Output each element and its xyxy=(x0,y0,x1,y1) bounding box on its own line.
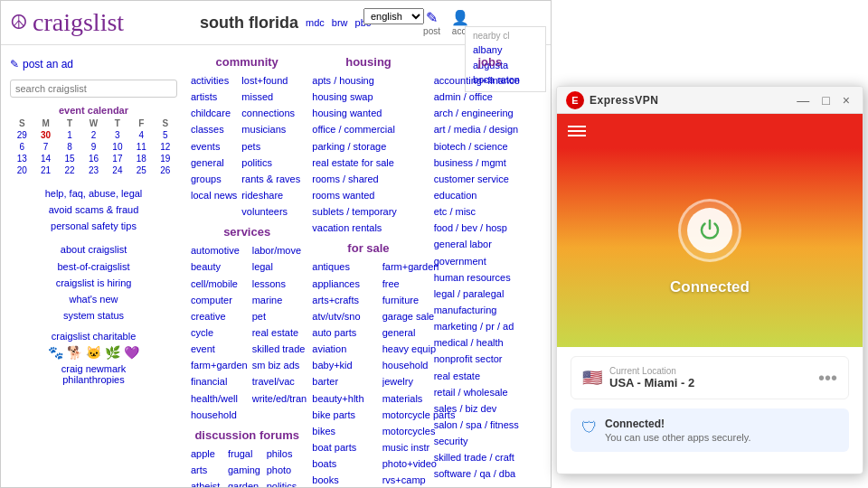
services-link[interactable]: computer xyxy=(191,292,248,308)
jobs-link[interactable]: business / mgmt xyxy=(434,155,546,171)
forsale-link[interactable]: barter xyxy=(312,373,378,389)
forum-link[interactable]: apple xyxy=(191,446,225,462)
hamburger-menu-button[interactable] xyxy=(568,126,586,136)
services-link[interactable]: household xyxy=(191,407,248,423)
location-name[interactable]: south florida xyxy=(200,14,298,33)
forum-link[interactable]: photo xyxy=(267,462,300,478)
forum-link[interactable]: philos xyxy=(267,446,300,462)
community-link[interactable]: musicians xyxy=(241,121,300,137)
community-link[interactable]: local news xyxy=(191,187,237,203)
forsale-link[interactable]: aviation xyxy=(312,341,378,357)
housing-link[interactable]: apts / housing xyxy=(312,72,424,89)
post-link[interactable]: ✎ post xyxy=(423,9,440,36)
forsale-link[interactable]: atv/utv/sno xyxy=(312,308,378,324)
forsale-link[interactable]: baby+kid xyxy=(312,357,378,373)
forum-link[interactable]: garden xyxy=(228,478,264,487)
services-link[interactable]: cell/mobile xyxy=(191,276,248,292)
philanthropies-link[interactable]: philanthropies xyxy=(62,374,125,385)
services-link[interactable]: event xyxy=(191,341,248,357)
community-link[interactable]: general xyxy=(191,155,237,171)
jobs-link[interactable]: arch / engineering xyxy=(434,105,546,121)
jobs-link[interactable]: legal / paralegal xyxy=(434,286,546,302)
minimize-button[interactable]: — xyxy=(793,93,813,108)
language-select[interactable]: english español français xyxy=(363,8,424,24)
housing-link[interactable]: rooms wanted xyxy=(312,187,424,203)
help-link[interactable]: help, faq, abuse, legal xyxy=(10,185,177,202)
services-link[interactable]: sm biz ads xyxy=(252,357,307,373)
jobs-link[interactable]: skilled trade / craft xyxy=(434,449,546,465)
community-link[interactable]: pets xyxy=(241,138,300,155)
community-link[interactable]: activities xyxy=(191,72,237,89)
forum-link[interactable]: arts xyxy=(191,462,225,478)
forum-link[interactable]: atheist xyxy=(191,478,225,487)
jobs-link[interactable]: real estate xyxy=(434,368,546,384)
jobs-link[interactable]: general labor xyxy=(434,236,546,252)
community-link[interactable]: politics xyxy=(241,155,300,171)
services-link[interactable]: real estate xyxy=(252,324,307,341)
services-link[interactable]: automotive xyxy=(191,242,248,258)
jobs-link[interactable]: systems / network xyxy=(434,483,546,487)
services-link[interactable]: travel/vac xyxy=(252,373,307,389)
vpn-more-options-button[interactable]: ••• xyxy=(818,368,837,389)
forsale-link[interactable]: boat parts xyxy=(312,439,378,455)
maximize-button[interactable]: □ xyxy=(818,93,833,108)
jobs-link[interactable]: marketing / pr / ad xyxy=(434,318,546,334)
jobs-link[interactable]: salon / spa / fitness xyxy=(434,417,546,433)
services-link[interactable]: pet xyxy=(252,308,307,324)
community-link[interactable]: events xyxy=(191,138,237,155)
housing-link[interactable]: parking / storage xyxy=(312,138,424,155)
location-tab-mdc[interactable]: mdc xyxy=(306,17,325,28)
community-link[interactable]: childcare xyxy=(191,105,237,121)
forum-link[interactable]: frugal xyxy=(228,446,264,462)
community-link[interactable]: classes xyxy=(191,121,237,137)
services-link[interactable]: creative xyxy=(191,308,248,324)
jobs-link[interactable]: human resources xyxy=(434,269,546,286)
services-link[interactable]: labor/move xyxy=(252,242,307,258)
avoid-scams-link[interactable]: avoid scams & fraud xyxy=(10,202,177,218)
services-link[interactable]: financial xyxy=(191,373,248,389)
close-button[interactable]: × xyxy=(839,93,854,108)
jobs-link[interactable]: accounting+finance xyxy=(434,72,546,89)
services-link[interactable]: lessons xyxy=(252,276,307,292)
about-link[interactable]: about craigslist xyxy=(10,241,177,258)
post-ad-link[interactable]: post an ad xyxy=(23,58,73,70)
jobs-link[interactable]: biotech / science xyxy=(434,138,546,155)
vpn-power-button[interactable] xyxy=(678,199,741,262)
safety-tips-link[interactable]: personal safety tips xyxy=(10,218,177,234)
jobs-link[interactable]: admin / office xyxy=(434,89,546,105)
vpn-location-row[interactable]: 🇺🇸 Current Location USA - Miami - 2 ••• xyxy=(571,356,849,399)
jobs-link[interactable]: software / qa / dba xyxy=(434,465,546,482)
community-link[interactable]: groups xyxy=(191,171,237,187)
jobs-link[interactable]: security xyxy=(434,433,546,449)
search-input[interactable] xyxy=(10,80,177,98)
housing-link[interactable]: real estate for sale xyxy=(312,155,424,171)
services-link[interactable]: beauty xyxy=(191,258,248,275)
forsale-link[interactable]: auto parts xyxy=(312,324,378,341)
housing-link[interactable]: rooms / shared xyxy=(312,171,424,187)
forum-link[interactable]: politics xyxy=(267,478,300,487)
community-link[interactable]: connections xyxy=(241,105,300,121)
jobs-link[interactable]: customer service xyxy=(434,171,546,187)
community-link[interactable]: rideshare xyxy=(241,187,300,203)
jobs-link[interactable]: art / media / design xyxy=(434,121,546,137)
forsale-link[interactable]: bike parts xyxy=(312,407,378,423)
forsale-link[interactable]: appliances xyxy=(312,276,378,292)
best-of-link[interactable]: best-of-craigslist xyxy=(10,258,177,275)
housing-link[interactable]: housing wanted xyxy=(312,105,424,121)
housing-link[interactable]: vacation rentals xyxy=(312,220,424,236)
community-link[interactable]: artists xyxy=(191,89,237,105)
jobs-link[interactable]: sales / biz dev xyxy=(434,400,546,417)
forsale-link[interactable]: arts+crafts xyxy=(312,292,378,308)
jobs-link[interactable]: manufacturing xyxy=(434,302,546,318)
jobs-link[interactable]: nonprofit sector xyxy=(434,351,546,367)
services-link[interactable]: skilled trade xyxy=(252,341,307,357)
forum-link[interactable]: gaming xyxy=(228,462,264,478)
housing-link[interactable]: sublets / temporary xyxy=(312,203,424,220)
hiring-link[interactable]: craigslist is hiring xyxy=(10,275,177,291)
jobs-link[interactable]: etc / misc xyxy=(434,203,546,220)
whats-new-link[interactable]: what's new xyxy=(10,291,177,307)
services-link[interactable]: legal xyxy=(252,258,307,275)
forsale-link[interactable]: beauty+hlth xyxy=(312,390,378,407)
jobs-link[interactable]: food / bev / hosp xyxy=(434,220,546,236)
community-link[interactable]: lost+found xyxy=(241,72,300,89)
